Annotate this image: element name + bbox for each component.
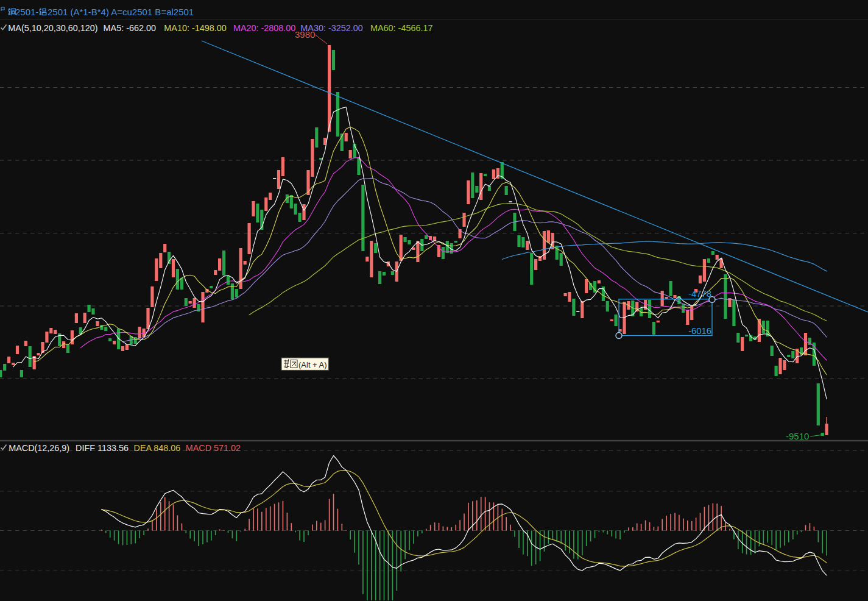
svg-text:(Alt + A): (Alt + A) bbox=[298, 360, 327, 369]
svg-text:MA10: -1498.00: MA10: -1498.00 bbox=[164, 23, 226, 33]
svg-text:MA5: -662.00: MA5: -662.00 bbox=[104, 23, 156, 33]
svg-text:-6016: -6016 bbox=[688, 326, 711, 336]
svg-text:MACD(12,26,9): MACD(12,26,9) bbox=[9, 443, 69, 453]
svg-text:2501 (A*1-B*4) A=cu2501 B=al25: 2501 (A*1-B*4) A=cu2501 B=al2501 bbox=[48, 7, 194, 17]
svg-text:DIFF 1133.56: DIFF 1133.56 bbox=[76, 443, 129, 453]
svg-text:2501-: 2501- bbox=[15, 7, 38, 17]
svg-text:MACD 571.02: MACD 571.02 bbox=[186, 443, 241, 453]
svg-text:MA(5,10,20,30,60,120): MA(5,10,20,30,60,120) bbox=[8, 23, 97, 33]
svg-text:DEA 848.06: DEA 848.06 bbox=[134, 443, 181, 453]
svg-text:-9510: -9510 bbox=[786, 431, 809, 441]
svg-text:MA60: -4566.17: MA60: -4566.17 bbox=[370, 23, 432, 33]
svg-text:MA30: -3252.00: MA30: -3252.00 bbox=[300, 23, 362, 33]
svg-text:-4778: -4778 bbox=[688, 289, 711, 299]
svg-text:MA20: -2808.00: MA20: -2808.00 bbox=[233, 23, 295, 33]
